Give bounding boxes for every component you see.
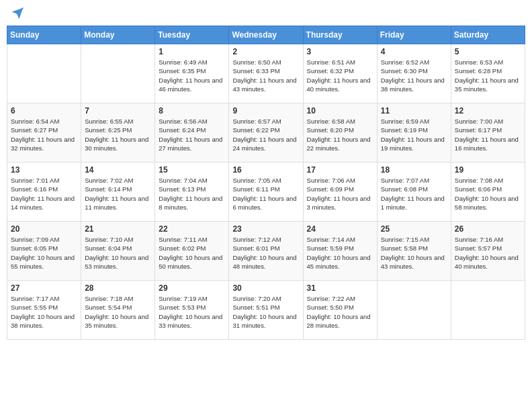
- day-number: 12: [455, 106, 521, 116]
- calendar-cell: 22Sunrise: 7:11 AM Sunset: 6:02 PM Dayli…: [155, 222, 229, 281]
- day-number: 4: [381, 47, 447, 56]
- day-info: Sunrise: 7:17 AM Sunset: 5:55 PM Dayligh…: [11, 294, 77, 330]
- calendar-week-2: 6Sunrise: 6:54 AM Sunset: 6:27 PM Daylig…: [7, 103, 525, 163]
- day-number: 17: [307, 165, 373, 175]
- day-number: 22: [159, 224, 225, 234]
- weekday-header-monday: Monday: [81, 26, 155, 44]
- calendar-cell: 30Sunrise: 7:20 AM Sunset: 5:51 PM Dayli…: [229, 281, 303, 340]
- calendar-cell: 29Sunrise: 7:19 AM Sunset: 5:53 PM Dayli…: [155, 281, 229, 340]
- day-info: Sunrise: 6:49 AM Sunset: 6:35 PM Dayligh…: [159, 58, 225, 93]
- calendar-cell: 7Sunrise: 6:55 AM Sunset: 6:25 PM Daylig…: [81, 103, 155, 163]
- day-number: 2: [232, 47, 299, 56]
- calendar-cell: 13Sunrise: 7:01 AM Sunset: 6:16 PM Dayli…: [7, 163, 81, 222]
- day-number: 31: [307, 283, 373, 293]
- weekday-header-tuesday: Tuesday: [155, 26, 229, 44]
- day-number: 6: [11, 106, 77, 116]
- day-info: Sunrise: 6:52 AM Sunset: 6:30 PM Dayligh…: [381, 58, 447, 93]
- day-info: Sunrise: 6:51 AM Sunset: 6:32 PM Dayligh…: [307, 58, 373, 93]
- day-number: 13: [11, 165, 77, 175]
- day-info: Sunrise: 7:11 AM Sunset: 6:02 PM Dayligh…: [159, 235, 225, 271]
- day-number: 3: [307, 47, 373, 56]
- calendar-cell: 21Sunrise: 7:10 AM Sunset: 6:04 PM Dayli…: [81, 222, 155, 281]
- calendar-week-3: 13Sunrise: 7:01 AM Sunset: 6:16 PM Dayli…: [7, 163, 525, 222]
- calendar-cell: 9Sunrise: 6:57 AM Sunset: 6:22 PM Daylig…: [229, 103, 303, 163]
- day-number: 15: [159, 165, 225, 175]
- calendar-cell: [81, 44, 155, 103]
- day-number: 27: [11, 283, 77, 293]
- logo: [9, 7, 24, 20]
- calendar-cell: 20Sunrise: 7:09 AM Sunset: 6:05 PM Dayli…: [7, 222, 81, 281]
- day-info: Sunrise: 6:53 AM Sunset: 6:28 PM Dayligh…: [455, 58, 521, 93]
- day-number: 16: [232, 165, 299, 175]
- day-number: 25: [381, 224, 447, 234]
- day-number: 5: [455, 47, 521, 56]
- day-info: Sunrise: 7:01 AM Sunset: 6:16 PM Dayligh…: [11, 176, 77, 212]
- calendar-cell: [377, 281, 451, 340]
- day-number: 7: [85, 106, 151, 116]
- day-info: Sunrise: 7:22 AM Sunset: 5:50 PM Dayligh…: [307, 294, 373, 330]
- day-info: Sunrise: 7:05 AM Sunset: 6:11 PM Dayligh…: [232, 176, 299, 212]
- day-info: Sunrise: 7:00 AM Sunset: 6:17 PM Dayligh…: [455, 117, 521, 152]
- day-info: Sunrise: 7:14 AM Sunset: 5:59 PM Dayligh…: [307, 235, 373, 271]
- day-number: 9: [232, 106, 299, 116]
- day-info: Sunrise: 6:54 AM Sunset: 6:27 PM Dayligh…: [11, 117, 77, 152]
- calendar-week-4: 20Sunrise: 7:09 AM Sunset: 6:05 PM Dayli…: [7, 222, 525, 281]
- calendar-cell: 24Sunrise: 7:14 AM Sunset: 5:59 PM Dayli…: [303, 222, 377, 281]
- day-number: 19: [455, 165, 521, 175]
- day-number: 29: [159, 283, 225, 293]
- calendar-cell: 10Sunrise: 6:58 AM Sunset: 6:20 PM Dayli…: [303, 103, 377, 163]
- weekday-header-row: SundayMondayTuesdayWednesdayThursdayFrid…: [7, 26, 525, 44]
- day-number: 24: [307, 224, 373, 234]
- day-info: Sunrise: 7:04 AM Sunset: 6:13 PM Dayligh…: [159, 176, 225, 212]
- day-info: Sunrise: 7:08 AM Sunset: 6:06 PM Dayligh…: [455, 176, 521, 212]
- calendar-cell: 18Sunrise: 7:07 AM Sunset: 6:08 PM Dayli…: [377, 163, 451, 222]
- calendar-cell: 28Sunrise: 7:18 AM Sunset: 5:54 PM Dayli…: [81, 281, 155, 340]
- calendar-cell: 16Sunrise: 7:05 AM Sunset: 6:11 PM Dayli…: [229, 163, 303, 222]
- day-info: Sunrise: 7:15 AM Sunset: 5:58 PM Dayligh…: [381, 235, 447, 271]
- weekday-header-sunday: Sunday: [7, 26, 81, 44]
- calendar-week-1: 1Sunrise: 6:49 AM Sunset: 6:35 PM Daylig…: [7, 44, 525, 103]
- calendar-table: SundayMondayTuesdayWednesdayThursdayFrid…: [7, 26, 525, 340]
- day-info: Sunrise: 7:16 AM Sunset: 5:57 PM Dayligh…: [455, 235, 521, 271]
- day-number: 18: [381, 165, 447, 175]
- day-info: Sunrise: 6:59 AM Sunset: 6:19 PM Dayligh…: [381, 117, 447, 152]
- day-info: Sunrise: 7:02 AM Sunset: 6:14 PM Dayligh…: [85, 176, 151, 212]
- calendar-cell: 5Sunrise: 6:53 AM Sunset: 6:28 PM Daylig…: [451, 44, 525, 103]
- day-number: 20: [11, 224, 77, 234]
- weekday-header-friday: Friday: [377, 26, 451, 44]
- calendar-cell: 6Sunrise: 6:54 AM Sunset: 6:27 PM Daylig…: [7, 103, 81, 163]
- day-info: Sunrise: 7:09 AM Sunset: 6:05 PM Dayligh…: [11, 235, 77, 271]
- calendar-cell: 11Sunrise: 6:59 AM Sunset: 6:19 PM Dayli…: [377, 103, 451, 163]
- day-number: 14: [85, 165, 151, 175]
- day-info: Sunrise: 6:58 AM Sunset: 6:20 PM Dayligh…: [307, 117, 373, 152]
- day-number: 11: [381, 106, 447, 116]
- day-number: 1: [159, 47, 225, 56]
- calendar-week-5: 27Sunrise: 7:17 AM Sunset: 5:55 PM Dayli…: [7, 281, 525, 340]
- weekday-header-thursday: Thursday: [303, 26, 377, 44]
- calendar-cell: 31Sunrise: 7:22 AM Sunset: 5:50 PM Dayli…: [303, 281, 377, 340]
- day-info: Sunrise: 7:10 AM Sunset: 6:04 PM Dayligh…: [85, 235, 151, 271]
- day-info: Sunrise: 6:56 AM Sunset: 6:24 PM Dayligh…: [159, 117, 225, 152]
- day-info: Sunrise: 7:07 AM Sunset: 6:08 PM Dayligh…: [381, 176, 447, 212]
- weekday-header-wednesday: Wednesday: [229, 26, 303, 44]
- calendar-cell: 4Sunrise: 6:52 AM Sunset: 6:30 PM Daylig…: [377, 44, 451, 103]
- calendar-cell: [451, 281, 525, 340]
- day-number: 26: [455, 224, 521, 234]
- day-info: Sunrise: 7:19 AM Sunset: 5:53 PM Dayligh…: [159, 294, 225, 330]
- day-info: Sunrise: 6:57 AM Sunset: 6:22 PM Dayligh…: [232, 117, 299, 152]
- weekday-header-saturday: Saturday: [451, 26, 525, 44]
- day-info: Sunrise: 6:50 AM Sunset: 6:33 PM Dayligh…: [232, 58, 299, 93]
- calendar-cell: 23Sunrise: 7:12 AM Sunset: 6:01 PM Dayli…: [229, 222, 303, 281]
- day-info: Sunrise: 6:55 AM Sunset: 6:25 PM Dayligh…: [85, 117, 151, 152]
- calendar-cell: 15Sunrise: 7:04 AM Sunset: 6:13 PM Dayli…: [155, 163, 229, 222]
- day-number: 30: [232, 283, 299, 293]
- calendar-cell: 17Sunrise: 7:06 AM Sunset: 6:09 PM Dayli…: [303, 163, 377, 222]
- day-info: Sunrise: 7:20 AM Sunset: 5:51 PM Dayligh…: [232, 294, 299, 330]
- calendar-cell: 26Sunrise: 7:16 AM Sunset: 5:57 PM Dayli…: [451, 222, 525, 281]
- calendar-cell: 8Sunrise: 6:56 AM Sunset: 6:24 PM Daylig…: [155, 103, 229, 163]
- calendar-cell: 25Sunrise: 7:15 AM Sunset: 5:58 PM Dayli…: [377, 222, 451, 281]
- calendar-cell: 2Sunrise: 6:50 AM Sunset: 6:33 PM Daylig…: [229, 44, 303, 103]
- day-info: Sunrise: 7:12 AM Sunset: 6:01 PM Dayligh…: [232, 235, 299, 271]
- day-number: 21: [85, 224, 151, 234]
- calendar-cell: 3Sunrise: 6:51 AM Sunset: 6:32 PM Daylig…: [303, 44, 377, 103]
